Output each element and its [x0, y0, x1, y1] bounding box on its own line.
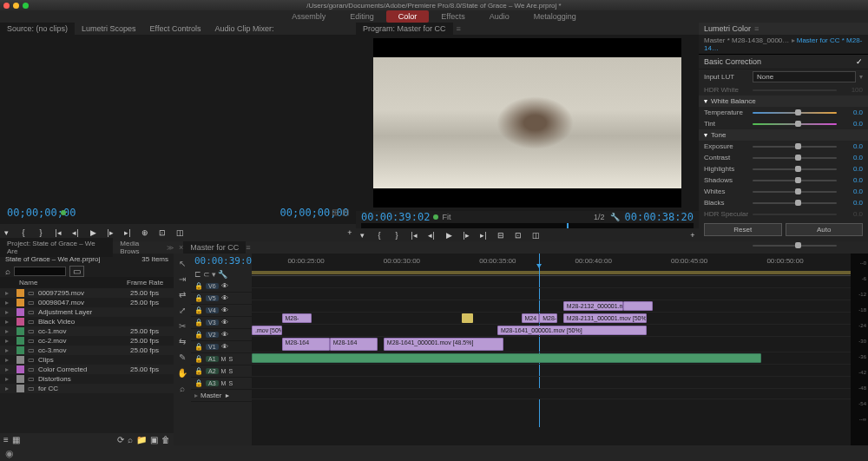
- track-label[interactable]: A2: [206, 368, 219, 374]
- lock-icon[interactable]: 🔒: [194, 343, 203, 351]
- saturation-slider[interactable]: [753, 245, 837, 247]
- track-label[interactable]: V1: [206, 344, 219, 350]
- tint-slider[interactable]: [753, 123, 837, 125]
- timeline-ruler[interactable]: 00:00:25:0000:00:30:0000:00:35:0000:00:4…: [252, 254, 851, 276]
- project-item[interactable]: ▸▭cc-3.mov25.00 fps: [0, 346, 174, 355]
- settings-icon[interactable]: ⊟: [342, 207, 349, 217]
- overwrite-button[interactable]: ⊡: [156, 227, 168, 239]
- work-area-bar[interactable]: [252, 271, 851, 274]
- pen-tool-icon[interactable]: ✎: [176, 351, 188, 363]
- project-item[interactable]: ▸▭cc-1.mov25.00 fps: [0, 326, 174, 336]
- audio-track[interactable]: [252, 377, 851, 389]
- highlights-slider[interactable]: [753, 168, 837, 170]
- workspace-editing[interactable]: Editing: [338, 10, 386, 23]
- lock-icon[interactable]: 🔒: [194, 355, 203, 363]
- timeline-clip[interactable]: M28-1641_000001.mov [48.5%]: [384, 338, 503, 351]
- lock-icon[interactable]: 🔒: [194, 331, 203, 339]
- go-to-out-button[interactable]: ▸|: [122, 227, 134, 239]
- track-label[interactable]: A3: [206, 380, 219, 386]
- workspace-color[interactable]: Color: [386, 10, 430, 23]
- section-basic-correction[interactable]: Basic Correction✓: [699, 55, 868, 69]
- lock-icon[interactable]: 🔒: [194, 379, 203, 387]
- icon-view-icon[interactable]: ▦: [12, 435, 20, 445]
- video-track[interactable]: M28-1641_000001.mov [50%].mov [50%]: [252, 325, 851, 337]
- panel-menu-icon[interactable]: ≡: [754, 24, 759, 33]
- find-icon[interactable]: ⌕: [128, 435, 133, 445]
- linked-selection-icon[interactable]: ⊂: [203, 270, 210, 279]
- lift-button[interactable]: ⊟: [495, 229, 507, 241]
- tab-effect-controls[interactable]: Effect Controls: [143, 23, 208, 35]
- add-button[interactable]: +: [344, 227, 356, 239]
- timeline-audio-clip[interactable]: [252, 353, 761, 363]
- track-label[interactable]: V5: [206, 295, 219, 301]
- zoom-icon[interactable]: ⊞: [332, 207, 339, 217]
- timeline-clip[interactable]: [462, 313, 474, 323]
- filter-bin-icon[interactable]: ▭: [69, 266, 84, 277]
- input-lut-select[interactable]: None: [753, 71, 856, 82]
- markers-icon[interactable]: ▾: [212, 270, 216, 279]
- workspace-assembly[interactable]: Assembly: [279, 10, 338, 23]
- audio-track[interactable]: [252, 365, 851, 377]
- timeline-clip[interactable]: M28-2132_000001.mov [50%]: [563, 301, 623, 311]
- add-marker-button[interactable]: ▾: [356, 229, 368, 241]
- extract-button[interactable]: ⊡: [512, 229, 524, 241]
- step-back-button[interactable]: ◂|: [425, 229, 437, 241]
- playhead-icon[interactable]: [567, 223, 569, 228]
- timeline-clip[interactable]: M28-164: [330, 338, 378, 351]
- settings-icon[interactable]: 🔧: [218, 270, 227, 279]
- toggle-output-icon[interactable]: 👁: [221, 319, 228, 326]
- track-select-tool-icon[interactable]: ⇥: [176, 273, 188, 285]
- program-monitor[interactable]: [356, 35, 699, 211]
- project-item[interactable]: ▸▭Black Video: [0, 317, 174, 326]
- timeline-tracks[interactable]: 00:00:25:0000:00:30:0000:00:35:0000:00:4…: [252, 254, 851, 445]
- minimize-window-icon[interactable]: [13, 3, 19, 9]
- project-item[interactable]: ▸▭00097295.mov25.00 fps: [0, 288, 174, 298]
- step-forward-button[interactable]: |▸: [104, 227, 116, 239]
- tab-lumetri-scopes[interactable]: Lumetri Scopes: [75, 23, 143, 35]
- timeline-clip[interactable]: M28-2131_000001.mov [50%]: [563, 313, 648, 323]
- program-scrubber[interactable]: [361, 223, 694, 228]
- insert-button[interactable]: ⊕: [139, 227, 151, 239]
- timeline-clip[interactable]: M28-1641_000001.mov [50%]: [497, 326, 648, 335]
- go-to-in-button[interactable]: |◂: [52, 227, 64, 239]
- resolution-select[interactable]: 1/2: [594, 213, 605, 221]
- program-tc-duration[interactable]: 00:00:38:20: [625, 211, 694, 223]
- audio-track[interactable]: [252, 352, 851, 365]
- zoom-fit-select[interactable]: Fit: [442, 213, 450, 221]
- project-list[interactable]: ▸▭00097295.mov25.00 fps▸▭00098047.mov25.…: [0, 288, 174, 433]
- more-icon[interactable]: ≫: [167, 244, 174, 252]
- rate-stretch-tool-icon[interactable]: ⤢: [176, 304, 188, 316]
- export-frame-button[interactable]: ◫: [529, 229, 542, 241]
- timeline-clip[interactable]: M28-: [282, 313, 312, 323]
- mark-out-button[interactable]: }: [35, 227, 47, 239]
- panel-menu-icon[interactable]: ≡: [457, 24, 461, 33]
- project-item[interactable]: ▸▭Distortions: [0, 374, 174, 384]
- col-fps[interactable]: Frame Rate: [127, 279, 168, 286]
- tone-group-label[interactable]: Tone: [711, 131, 726, 139]
- list-view-icon[interactable]: ≡: [3, 435, 9, 445]
- new-bin-icon[interactable]: 📁: [136, 435, 147, 445]
- timeline-clip[interactable]: [623, 301, 654, 311]
- blacks-slider[interactable]: [753, 202, 837, 204]
- program-tc-current[interactable]: 00:00:39:02: [361, 211, 430, 223]
- toggle-output-icon[interactable]: 👁: [221, 282, 228, 290]
- add-marker-button[interactable]: ▾: [0, 227, 12, 239]
- play-button[interactable]: ▶: [87, 227, 99, 239]
- clear-icon[interactable]: 🗑: [161, 435, 170, 445]
- project-item[interactable]: ▸▭Adjustment Layer: [0, 307, 174, 317]
- close-window-icon[interactable]: [3, 3, 10, 9]
- search-input[interactable]: [14, 267, 66, 276]
- zoom-tool-icon[interactable]: ⌕: [176, 382, 188, 394]
- project-item[interactable]: ▸▭cc-2.mov25.00 fps: [0, 336, 174, 346]
- video-track[interactable]: M28-2132_000001.mov [50%]: [252, 300, 851, 313]
- toggle-output-icon[interactable]: 👁: [221, 343, 228, 351]
- track-label[interactable]: V6: [206, 283, 219, 289]
- new-item-icon[interactable]: ▣: [150, 435, 158, 445]
- mark-in-button[interactable]: {: [373, 229, 385, 241]
- toggle-output-icon[interactable]: 👁: [221, 331, 228, 339]
- check-icon[interactable]: ✓: [856, 57, 863, 66]
- timeline-tc[interactable]: 00:00:39:02: [191, 254, 252, 268]
- track-label[interactable]: A1: [206, 356, 219, 362]
- go-to-out-button[interactable]: ▸|: [477, 229, 490, 241]
- razor-tool-icon[interactable]: ✂: [176, 319, 188, 332]
